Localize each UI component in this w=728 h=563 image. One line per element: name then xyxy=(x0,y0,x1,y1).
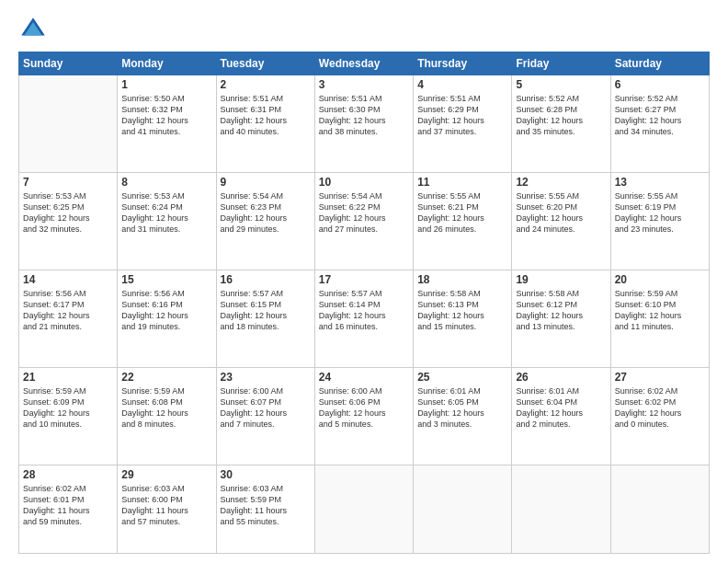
day-info: Sunrise: 5:51 AM Sunset: 6:29 PM Dayligh… xyxy=(417,93,507,138)
day-header-saturday: Saturday xyxy=(610,52,709,75)
day-info: Sunrise: 5:59 AM Sunset: 6:10 PM Dayligh… xyxy=(615,288,705,333)
day-info: Sunrise: 5:59 AM Sunset: 6:08 PM Dayligh… xyxy=(121,385,211,431)
calendar-cell: 6Sunrise: 5:52 AM Sunset: 6:27 PM Daylig… xyxy=(610,75,709,173)
day-number: 23 xyxy=(221,371,311,384)
day-info: Sunrise: 5:53 AM Sunset: 6:25 PM Dayligh… xyxy=(23,190,113,236)
day-number: 8 xyxy=(121,176,211,189)
day-number: 13 xyxy=(615,176,705,189)
day-number: 25 xyxy=(417,371,507,384)
day-number: 12 xyxy=(516,176,606,189)
day-number: 10 xyxy=(319,176,409,189)
calendar-cell: 11Sunrise: 5:55 AM Sunset: 6:21 PM Dayli… xyxy=(414,172,512,270)
day-number: 6 xyxy=(615,78,705,91)
day-info: Sunrise: 5:55 AM Sunset: 6:20 PM Dayligh… xyxy=(516,190,606,236)
calendar-cell: 30Sunrise: 6:03 AM Sunset: 5:59 PM Dayli… xyxy=(216,465,314,553)
day-info: Sunrise: 6:03 AM Sunset: 6:00 PM Dayligh… xyxy=(121,483,211,528)
calendar-cell: 4Sunrise: 5:51 AM Sunset: 6:29 PM Daylig… xyxy=(414,75,512,173)
day-header-friday: Friday xyxy=(512,52,610,75)
calendar-header-row: SundayMondayTuesdayWednesdayThursdayFrid… xyxy=(19,52,710,75)
day-header-sunday: Sunday xyxy=(19,52,118,75)
day-info: Sunrise: 5:56 AM Sunset: 6:16 PM Dayligh… xyxy=(121,288,211,333)
day-info: Sunrise: 5:55 AM Sunset: 6:21 PM Dayligh… xyxy=(417,190,507,236)
calendar-week-row: 7Sunrise: 5:53 AM Sunset: 6:25 PM Daylig… xyxy=(19,172,710,270)
calendar-cell: 5Sunrise: 5:52 AM Sunset: 6:28 PM Daylig… xyxy=(512,75,610,173)
calendar-cell: 2Sunrise: 5:51 AM Sunset: 6:31 PM Daylig… xyxy=(216,75,314,173)
calendar-cell: 1Sunrise: 5:50 AM Sunset: 6:32 PM Daylig… xyxy=(118,75,216,173)
calendar-cell: 23Sunrise: 6:00 AM Sunset: 6:07 PM Dayli… xyxy=(216,367,314,465)
day-info: Sunrise: 5:52 AM Sunset: 6:28 PM Dayligh… xyxy=(516,93,606,138)
day-number: 21 xyxy=(23,371,113,384)
day-number: 24 xyxy=(319,371,409,384)
day-info: Sunrise: 6:00 AM Sunset: 6:06 PM Dayligh… xyxy=(319,385,409,431)
calendar-cell xyxy=(512,465,610,553)
day-info: Sunrise: 5:52 AM Sunset: 6:27 PM Dayligh… xyxy=(615,93,705,138)
calendar-cell: 17Sunrise: 5:57 AM Sunset: 6:14 PM Dayli… xyxy=(314,270,413,367)
calendar-cell: 15Sunrise: 5:56 AM Sunset: 6:16 PM Dayli… xyxy=(118,270,216,367)
day-info: Sunrise: 5:56 AM Sunset: 6:17 PM Dayligh… xyxy=(23,288,113,333)
calendar-cell xyxy=(414,465,512,553)
day-header-monday: Monday xyxy=(118,52,216,75)
day-info: Sunrise: 5:54 AM Sunset: 6:23 PM Dayligh… xyxy=(221,190,311,236)
day-number: 27 xyxy=(615,371,705,384)
day-header-thursday: Thursday xyxy=(414,52,512,75)
day-info: Sunrise: 5:58 AM Sunset: 6:12 PM Dayligh… xyxy=(516,288,606,333)
calendar-cell: 9Sunrise: 5:54 AM Sunset: 6:23 PM Daylig… xyxy=(216,172,314,270)
day-number: 18 xyxy=(417,273,507,286)
calendar-cell: 24Sunrise: 6:00 AM Sunset: 6:06 PM Dayli… xyxy=(314,367,413,465)
calendar-table: SundayMondayTuesdayWednesdayThursdayFrid… xyxy=(18,52,710,554)
calendar-cell: 13Sunrise: 5:55 AM Sunset: 6:19 PM Dayli… xyxy=(610,172,709,270)
day-header-tuesday: Tuesday xyxy=(216,52,314,75)
day-number: 3 xyxy=(319,78,409,91)
day-info: Sunrise: 5:51 AM Sunset: 6:30 PM Dayligh… xyxy=(319,93,409,138)
calendar-cell: 12Sunrise: 5:55 AM Sunset: 6:20 PM Dayli… xyxy=(512,172,610,270)
calendar-cell: 26Sunrise: 6:01 AM Sunset: 6:04 PM Dayli… xyxy=(512,367,610,465)
day-info: Sunrise: 6:02 AM Sunset: 6:02 PM Dayligh… xyxy=(615,385,705,431)
day-number: 5 xyxy=(516,78,606,91)
page: SundayMondayTuesdayWednesdayThursdayFrid… xyxy=(0,0,728,563)
calendar-cell xyxy=(314,465,413,553)
day-number: 28 xyxy=(23,468,113,481)
day-info: Sunrise: 5:51 AM Sunset: 6:31 PM Dayligh… xyxy=(221,93,311,138)
day-number: 30 xyxy=(221,468,311,481)
day-number: 4 xyxy=(417,78,507,91)
calendar-cell: 29Sunrise: 6:03 AM Sunset: 6:00 PM Dayli… xyxy=(118,465,216,553)
day-number: 22 xyxy=(121,371,211,384)
logo xyxy=(18,15,51,44)
day-header-wednesday: Wednesday xyxy=(314,52,413,75)
calendar-cell: 22Sunrise: 5:59 AM Sunset: 6:08 PM Dayli… xyxy=(118,367,216,465)
day-info: Sunrise: 5:57 AM Sunset: 6:14 PM Dayligh… xyxy=(319,288,409,333)
calendar-week-row: 1Sunrise: 5:50 AM Sunset: 6:32 PM Daylig… xyxy=(19,75,710,173)
day-info: Sunrise: 5:55 AM Sunset: 6:19 PM Dayligh… xyxy=(615,190,705,236)
calendar-cell: 25Sunrise: 6:01 AM Sunset: 6:05 PM Dayli… xyxy=(414,367,512,465)
day-number: 15 xyxy=(121,273,211,286)
calendar-cell: 28Sunrise: 6:02 AM Sunset: 6:01 PM Dayli… xyxy=(19,465,118,553)
calendar-cell: 20Sunrise: 5:59 AM Sunset: 6:10 PM Dayli… xyxy=(610,270,709,367)
calendar-cell: 8Sunrise: 5:53 AM Sunset: 6:24 PM Daylig… xyxy=(118,172,216,270)
day-number: 16 xyxy=(221,273,311,286)
header xyxy=(18,15,710,44)
day-number: 17 xyxy=(319,273,409,286)
calendar-cell: 7Sunrise: 5:53 AM Sunset: 6:25 PM Daylig… xyxy=(19,172,118,270)
calendar-cell: 21Sunrise: 5:59 AM Sunset: 6:09 PM Dayli… xyxy=(19,367,118,465)
calendar-week-row: 14Sunrise: 5:56 AM Sunset: 6:17 PM Dayli… xyxy=(19,270,710,367)
calendar-cell: 27Sunrise: 6:02 AM Sunset: 6:02 PM Dayli… xyxy=(610,367,709,465)
day-info: Sunrise: 5:50 AM Sunset: 6:32 PM Dayligh… xyxy=(121,93,211,138)
day-number: 11 xyxy=(417,176,507,189)
day-info: Sunrise: 6:01 AM Sunset: 6:05 PM Dayligh… xyxy=(417,385,507,431)
logo-icon xyxy=(18,15,48,44)
calendar-cell: 16Sunrise: 5:57 AM Sunset: 6:15 PM Dayli… xyxy=(216,270,314,367)
day-info: Sunrise: 6:02 AM Sunset: 6:01 PM Dayligh… xyxy=(23,483,113,528)
day-number: 26 xyxy=(516,371,606,384)
day-number: 1 xyxy=(121,78,211,91)
calendar-cell: 19Sunrise: 5:58 AM Sunset: 6:12 PM Dayli… xyxy=(512,270,610,367)
day-info: Sunrise: 5:59 AM Sunset: 6:09 PM Dayligh… xyxy=(23,385,113,431)
calendar-cell xyxy=(19,75,118,173)
day-number: 2 xyxy=(221,78,311,91)
day-number: 7 xyxy=(23,176,113,189)
calendar-cell xyxy=(610,465,709,553)
day-number: 20 xyxy=(615,273,705,286)
calendar-cell: 14Sunrise: 5:56 AM Sunset: 6:17 PM Dayli… xyxy=(19,270,118,367)
calendar-cell: 18Sunrise: 5:58 AM Sunset: 6:13 PM Dayli… xyxy=(414,270,512,367)
day-info: Sunrise: 5:53 AM Sunset: 6:24 PM Dayligh… xyxy=(121,190,211,236)
calendar-week-row: 21Sunrise: 5:59 AM Sunset: 6:09 PM Dayli… xyxy=(19,367,710,465)
